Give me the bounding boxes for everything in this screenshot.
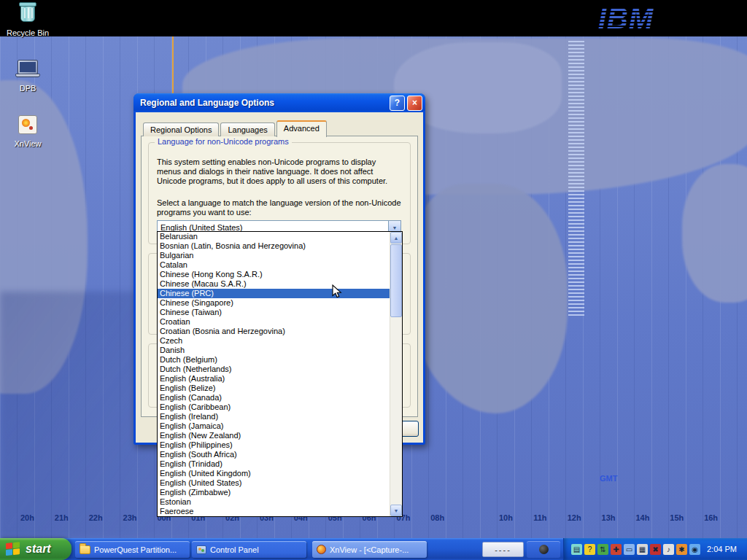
taskbar-button-xnview[interactable]: XnView - [<Capture-... xyxy=(312,541,427,558)
tab-regional-options[interactable]: Regional Options xyxy=(143,122,219,136)
hour-label: 11h xyxy=(523,513,557,522)
dialog-title: Regional and Language Options xyxy=(140,98,387,108)
group-instruction: Select a language to match the language … xyxy=(157,198,401,217)
desktop-icon-dpb[interactable]: DPB xyxy=(4,58,51,93)
dropdown-scrollbar[interactable]: ▲ ▼ xyxy=(390,232,402,516)
language-option[interactable]: Chinese (Hong Kong S.A.R.) xyxy=(158,270,390,279)
meridian-line xyxy=(172,36,174,93)
language-option[interactable]: English (New Zealand) xyxy=(158,431,390,440)
tray-icon[interactable]: ✱ xyxy=(676,544,687,555)
group-caption: Language for non-Unicode programs xyxy=(155,137,292,146)
xnview-icon xyxy=(15,115,41,137)
desktop-icon-xnview[interactable]: XnView xyxy=(4,114,51,148)
start-button-label: start xyxy=(26,542,51,556)
taskbar-button-label: XnView - [<Capture-... xyxy=(330,545,409,554)
timezone-hatch-band xyxy=(568,41,584,316)
language-option[interactable]: English (United Kingdom) xyxy=(158,469,390,478)
close-button[interactable]: × xyxy=(407,96,422,111)
taskbar-button-label: PowerQuest Partition... xyxy=(94,545,177,554)
tray-icon[interactable]: ✖ xyxy=(650,544,661,555)
hour-label: 13h xyxy=(592,513,626,522)
language-option[interactable]: Chinese (Macau S.A.R.) xyxy=(158,279,390,289)
language-option[interactable]: English (Belize) xyxy=(158,384,390,393)
language-option[interactable]: English (Philippines) xyxy=(158,440,390,450)
non-unicode-group-box: Language for non-Unicode programs This s… xyxy=(148,142,411,244)
top-black-bar: IBM xyxy=(0,0,747,36)
hour-label: 22h xyxy=(79,513,113,522)
language-option[interactable]: English (Australia) xyxy=(158,374,390,384)
language-option[interactable]: Estonian xyxy=(158,497,390,507)
language-option[interactable]: English (Canada) xyxy=(158,393,390,402)
tab-advanced[interactable]: Advanced xyxy=(276,120,327,137)
ibm-logo: IBM xyxy=(598,1,683,35)
hour-label: 21h xyxy=(44,513,79,522)
language-option[interactable]: Croatian xyxy=(158,317,390,327)
tray-icon[interactable]: ▦ xyxy=(637,544,648,555)
hour-label: 12h xyxy=(557,513,592,522)
start-button[interactable]: start xyxy=(0,538,71,560)
language-option[interactable]: English (Ireland) xyxy=(158,412,390,421)
language-option[interactable]: Faeroese xyxy=(158,507,390,516)
language-option[interactable]: Catalan xyxy=(158,260,390,270)
desktop-icon-recycle-bin[interactable]: Recycle Bin xyxy=(4,3,51,37)
hour-label: 14h xyxy=(625,513,659,522)
folder-icon xyxy=(80,545,90,554)
tab-strip: Regional Options Languages Advanced xyxy=(143,119,328,136)
language-dropdown: BelarusianBosnian (Latin, Bosnia and Her… xyxy=(157,231,403,517)
taskbar-button-powerquest[interactable]: PowerQuest Partition... xyxy=(75,541,190,558)
recycle-bin-icon xyxy=(15,4,41,26)
scroll-up-icon[interactable]: ▲ xyxy=(390,232,402,244)
hour-label: 08h xyxy=(420,513,454,522)
language-option[interactable]: English (Zimbabwe) xyxy=(158,488,390,497)
taskbar-toolbar-segment[interactable]: ---- xyxy=(482,542,524,557)
tray-icon[interactable]: ▭ xyxy=(624,544,635,555)
hour-label xyxy=(454,513,489,522)
tray-icon[interactable]: ▤ xyxy=(571,544,582,555)
language-option[interactable]: English (Jamaica) xyxy=(158,421,390,431)
system-tray: ▤?⇅✚▭▦✖♪✱◉ 2:04 PM xyxy=(563,538,747,560)
language-option[interactable]: Belarusian xyxy=(158,232,390,241)
language-option[interactable]: Chinese (PRC) xyxy=(158,289,390,298)
tray-icon[interactable]: ♪ xyxy=(663,544,674,555)
language-option[interactable]: Chinese (Taiwan) xyxy=(158,308,390,317)
scrollbar-thumb[interactable] xyxy=(390,244,402,317)
language-option[interactable]: Dutch (Belgium) xyxy=(158,355,390,365)
tray-icon[interactable]: ◉ xyxy=(689,544,700,555)
language-option[interactable]: English (South Africa) xyxy=(158,450,390,459)
tray-icons: ▤?⇅✚▭▦✖♪✱◉ xyxy=(571,544,700,555)
help-button[interactable]: ? xyxy=(390,96,405,111)
language-option[interactable]: Chinese (Singapore) xyxy=(158,298,390,308)
language-option[interactable]: English (Trinidad) xyxy=(158,459,390,469)
taskbar-button-label: Control Panel xyxy=(210,545,259,554)
hour-label: 16h xyxy=(694,513,728,522)
tray-icon[interactable]: ⇅ xyxy=(597,544,608,555)
tab-languages[interactable]: Languages xyxy=(220,122,274,136)
taskbar-button-control-panel[interactable]: Control Panel xyxy=(192,541,306,558)
desktop-icon-label: Recycle Bin xyxy=(4,28,51,37)
dialog-titlebar[interactable]: Regional and Language Options ? × xyxy=(133,93,425,112)
hour-label: 20h xyxy=(10,513,44,522)
windows-flag-icon xyxy=(6,542,21,556)
laptop-icon xyxy=(15,60,41,82)
ibm-logo-stripes xyxy=(598,1,683,35)
taskbar-clock[interactable]: 2:04 PM xyxy=(707,545,737,553)
language-option[interactable]: Dutch (Netherlands) xyxy=(158,365,390,374)
tray-icon[interactable]: ✚ xyxy=(611,544,622,555)
hour-label: 10h xyxy=(489,513,523,522)
language-option[interactable]: Bulgarian xyxy=(158,251,390,260)
xnview-app-icon xyxy=(317,545,326,554)
group-description: This system setting enables non-Unicode … xyxy=(157,158,401,186)
control-panel-icon xyxy=(196,545,206,554)
language-dropdown-list: BelarusianBosnian (Latin, Bosnia and Her… xyxy=(158,232,390,516)
language-option[interactable]: Bosnian (Latin, Bosnia and Herzegovina) xyxy=(158,241,390,251)
tray-icon[interactable]: ? xyxy=(584,544,595,555)
language-option[interactable]: Croatian (Bosnia and Herzegovina) xyxy=(158,327,390,336)
language-option[interactable]: English (United States) xyxy=(158,478,390,488)
language-option[interactable]: Danish xyxy=(158,346,390,355)
scroll-down-icon[interactable]: ▼ xyxy=(390,505,402,516)
language-option[interactable]: Czech xyxy=(158,336,390,346)
desktop-icon-label: XnView xyxy=(4,139,51,148)
taskbar-icon-segment[interactable] xyxy=(527,541,560,558)
language-option[interactable]: English (Caribbean) xyxy=(158,402,390,412)
taskbar: start PowerQuest Partition... Control Pa… xyxy=(0,538,747,560)
